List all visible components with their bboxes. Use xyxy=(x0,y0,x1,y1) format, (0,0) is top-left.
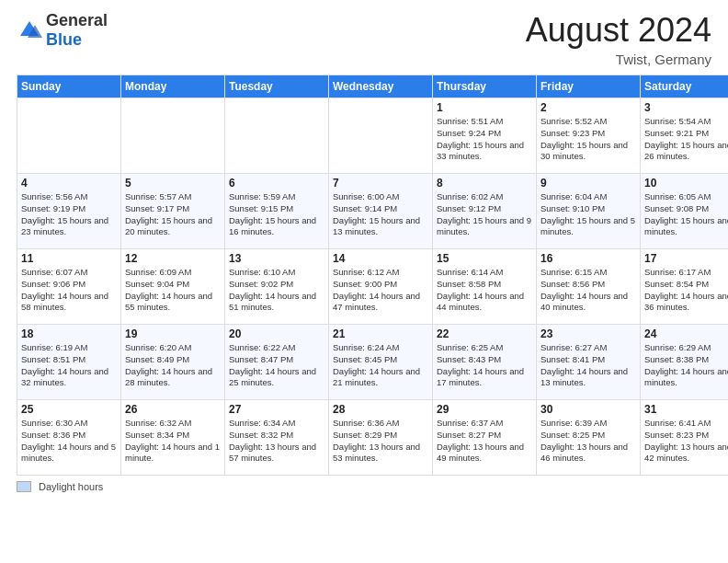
day-number: 11 xyxy=(21,252,117,265)
calendar-cell: 23Sunrise: 6:27 AM Sunset: 8:41 PM Dayli… xyxy=(537,325,641,400)
day-number: 7 xyxy=(333,177,428,190)
logo-general-text: General xyxy=(46,11,108,30)
calendar-cell xyxy=(17,98,121,174)
day-info: Sunrise: 6:19 AM Sunset: 8:51 PM Dayligh… xyxy=(21,342,117,389)
calendar-cell: 8Sunrise: 6:02 AM Sunset: 9:12 PM Daylig… xyxy=(433,174,537,249)
calendar-cell: 27Sunrise: 6:34 AM Sunset: 8:32 PM Dayli… xyxy=(225,400,329,476)
day-info: Sunrise: 6:17 AM Sunset: 8:54 PM Dayligh… xyxy=(644,267,728,314)
calendar-week-row: 25Sunrise: 6:30 AM Sunset: 8:36 PM Dayli… xyxy=(17,400,729,476)
calendar-cell: 5Sunrise: 5:57 AM Sunset: 9:17 PM Daylig… xyxy=(121,174,225,249)
calendar-cell: 15Sunrise: 6:14 AM Sunset: 8:58 PM Dayli… xyxy=(433,249,537,325)
day-number: 28 xyxy=(333,403,428,416)
day-info: Sunrise: 6:00 AM Sunset: 9:14 PM Dayligh… xyxy=(333,191,428,238)
day-info: Sunrise: 5:51 AM Sunset: 9:24 PM Dayligh… xyxy=(437,116,532,163)
calendar-cell: 2Sunrise: 5:52 AM Sunset: 9:23 PM Daylig… xyxy=(537,98,641,174)
day-number: 31 xyxy=(644,403,728,416)
calendar-cell: 25Sunrise: 6:30 AM Sunset: 8:36 PM Dayli… xyxy=(17,400,121,476)
calendar-cell: 24Sunrise: 6:29 AM Sunset: 8:38 PM Dayli… xyxy=(641,325,729,400)
day-number: 2 xyxy=(540,101,636,114)
day-number: 14 xyxy=(333,252,428,265)
calendar-col-header: Friday xyxy=(537,75,641,98)
day-info: Sunrise: 6:34 AM Sunset: 8:32 PM Dayligh… xyxy=(229,418,324,465)
calendar-cell: 30Sunrise: 6:39 AM Sunset: 8:25 PM Dayli… xyxy=(537,400,641,476)
calendar-cell: 10Sunrise: 6:05 AM Sunset: 9:08 PM Dayli… xyxy=(641,174,729,249)
day-number: 1 xyxy=(437,101,532,114)
day-number: 15 xyxy=(437,252,532,265)
day-info: Sunrise: 6:27 AM Sunset: 8:41 PM Dayligh… xyxy=(540,342,636,389)
legend: Daylight hours xyxy=(0,476,728,498)
calendar-week-row: 1Sunrise: 5:51 AM Sunset: 9:24 PM Daylig… xyxy=(17,98,729,174)
day-info: Sunrise: 6:29 AM Sunset: 8:38 PM Dayligh… xyxy=(644,342,728,389)
calendar-cell: 13Sunrise: 6:10 AM Sunset: 9:02 PM Dayli… xyxy=(225,249,329,325)
day-number: 5 xyxy=(125,177,221,190)
calendar-cell: 16Sunrise: 6:15 AM Sunset: 8:56 PM Dayli… xyxy=(537,249,641,325)
calendar-week-row: 11Sunrise: 6:07 AM Sunset: 9:06 PM Dayli… xyxy=(17,249,729,325)
day-number: 8 xyxy=(437,177,532,190)
calendar-cell: 18Sunrise: 6:19 AM Sunset: 8:51 PM Dayli… xyxy=(17,325,121,400)
day-number: 17 xyxy=(644,252,728,265)
day-info: Sunrise: 6:22 AM Sunset: 8:47 PM Dayligh… xyxy=(229,342,324,389)
day-info: Sunrise: 6:12 AM Sunset: 9:00 PM Dayligh… xyxy=(333,267,428,314)
logo-text: General Blue xyxy=(46,11,108,50)
calendar-cell: 3Sunrise: 5:54 AM Sunset: 9:21 PM Daylig… xyxy=(641,98,729,174)
calendar-cell: 21Sunrise: 6:24 AM Sunset: 8:45 PM Dayli… xyxy=(329,325,433,400)
page-header: General Blue August 2024 Twist, Germany xyxy=(0,0,728,75)
day-number: 30 xyxy=(540,403,636,416)
day-info: Sunrise: 5:54 AM Sunset: 9:21 PM Dayligh… xyxy=(644,116,728,163)
day-number: 25 xyxy=(21,403,117,416)
calendar-cell xyxy=(329,98,433,174)
calendar-col-header: Monday xyxy=(121,75,225,98)
day-number: 12 xyxy=(125,252,221,265)
day-number: 10 xyxy=(644,177,728,190)
day-info: Sunrise: 6:14 AM Sunset: 8:58 PM Dayligh… xyxy=(437,267,532,314)
day-number: 13 xyxy=(229,252,324,265)
location-subtitle: Twist, Germany xyxy=(526,52,711,67)
day-number: 18 xyxy=(21,327,117,340)
calendar-cell: 20Sunrise: 6:22 AM Sunset: 8:47 PM Dayli… xyxy=(225,325,329,400)
calendar-cell xyxy=(225,98,329,174)
calendar-cell: 19Sunrise: 6:20 AM Sunset: 8:49 PM Dayli… xyxy=(121,325,225,400)
day-info: Sunrise: 6:30 AM Sunset: 8:36 PM Dayligh… xyxy=(21,418,117,465)
calendar-cell: 7Sunrise: 6:00 AM Sunset: 9:14 PM Daylig… xyxy=(329,174,433,249)
day-info: Sunrise: 6:20 AM Sunset: 8:49 PM Dayligh… xyxy=(125,342,221,389)
day-info: Sunrise: 5:56 AM Sunset: 9:19 PM Dayligh… xyxy=(21,191,117,238)
legend-color-box xyxy=(17,481,31,492)
calendar-cell xyxy=(121,98,225,174)
calendar-cell: 26Sunrise: 6:32 AM Sunset: 8:34 PM Dayli… xyxy=(121,400,225,476)
logo-blue-text: Blue xyxy=(46,30,108,50)
calendar-body: 1Sunrise: 5:51 AM Sunset: 9:24 PM Daylig… xyxy=(17,98,729,476)
calendar-cell: 14Sunrise: 6:12 AM Sunset: 9:00 PM Dayli… xyxy=(329,249,433,325)
month-year-title: August 2024 xyxy=(526,11,711,50)
day-number: 6 xyxy=(229,177,324,190)
calendar-col-header: Thursday xyxy=(433,75,537,98)
day-info: Sunrise: 5:52 AM Sunset: 9:23 PM Dayligh… xyxy=(540,116,636,163)
day-info: Sunrise: 6:39 AM Sunset: 8:25 PM Dayligh… xyxy=(540,418,636,465)
day-info: Sunrise: 6:32 AM Sunset: 8:34 PM Dayligh… xyxy=(125,418,221,465)
day-number: 16 xyxy=(540,252,636,265)
calendar-header-row: SundayMondayTuesdayWednesdayThursdayFrid… xyxy=(17,75,729,98)
calendar-col-header: Saturday xyxy=(641,75,729,98)
legend-label: Daylight hours xyxy=(39,481,103,492)
day-info: Sunrise: 6:02 AM Sunset: 9:12 PM Dayligh… xyxy=(437,191,532,238)
day-number: 4 xyxy=(21,177,117,190)
day-info: Sunrise: 6:24 AM Sunset: 8:45 PM Dayligh… xyxy=(333,342,428,389)
calendar-cell: 31Sunrise: 6:41 AM Sunset: 8:23 PM Dayli… xyxy=(641,400,729,476)
calendar-col-header: Tuesday xyxy=(225,75,329,98)
calendar-cell: 29Sunrise: 6:37 AM Sunset: 8:27 PM Dayli… xyxy=(433,400,537,476)
calendar-cell: 11Sunrise: 6:07 AM Sunset: 9:06 PM Dayli… xyxy=(17,249,121,325)
day-number: 29 xyxy=(437,403,532,416)
day-number: 21 xyxy=(333,327,428,340)
day-number: 27 xyxy=(229,403,324,416)
day-info: Sunrise: 6:36 AM Sunset: 8:29 PM Dayligh… xyxy=(333,418,428,465)
calendar-cell: 4Sunrise: 5:56 AM Sunset: 9:19 PM Daylig… xyxy=(17,174,121,249)
calendar-table: SundayMondayTuesdayWednesdayThursdayFrid… xyxy=(17,75,728,476)
day-number: 22 xyxy=(437,327,532,340)
day-number: 3 xyxy=(644,101,728,114)
day-info: Sunrise: 6:07 AM Sunset: 9:06 PM Dayligh… xyxy=(21,267,117,314)
logo: General Blue xyxy=(17,11,108,50)
calendar-cell: 22Sunrise: 6:25 AM Sunset: 8:43 PM Dayli… xyxy=(433,325,537,400)
calendar-cell: 17Sunrise: 6:17 AM Sunset: 8:54 PM Dayli… xyxy=(641,249,729,325)
day-info: Sunrise: 6:05 AM Sunset: 9:08 PM Dayligh… xyxy=(644,191,728,238)
title-block: August 2024 Twist, Germany xyxy=(526,11,711,67)
day-number: 20 xyxy=(229,327,324,340)
